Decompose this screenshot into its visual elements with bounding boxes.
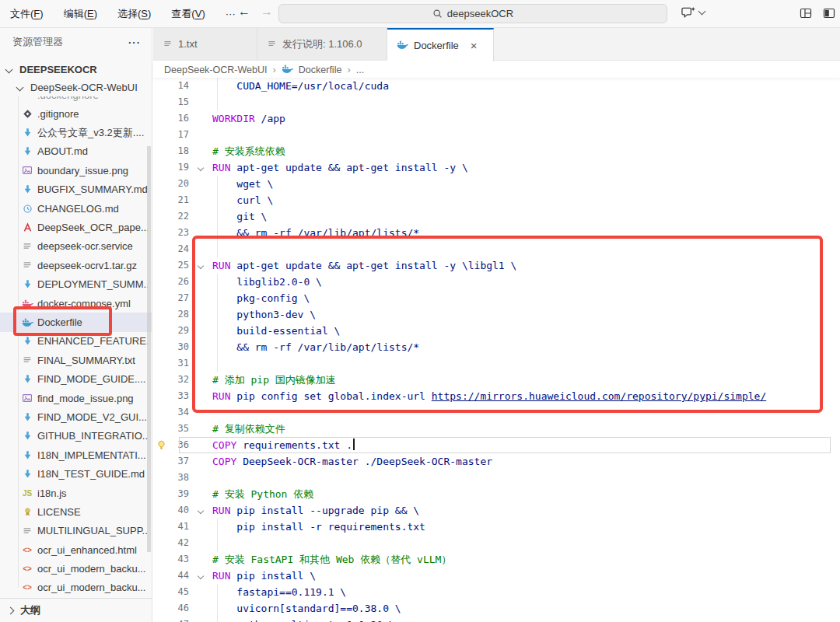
file-row[interactable]: I18N_TEST_GUIDE.md — [0, 464, 152, 483]
toggle-sidebar-icon[interactable] — [823, 7, 835, 19]
code-line[interactable]: 22 git \ — [153, 208, 840, 225]
code-line[interactable]: 36COPY requirements.txt . — [153, 437, 840, 453]
menu-edit[interactable]: 编辑(E) — [61, 5, 100, 23]
code-line[interactable]: 40RUN pip install --upgrade pip && \ — [153, 502, 840, 519]
code-line[interactable]: 31 — [153, 355, 840, 372]
file-row[interactable]: MULTILINGUAL_SUPP... — [0, 522, 152, 540]
back-button[interactable]: ← — [236, 5, 253, 19]
line-number: 47 — [169, 617, 189, 622]
code-line[interactable]: 37COPY DeepSeek-OCR-master ./DeepSeek-OC… — [153, 453, 840, 470]
html-icon: <> — [21, 543, 33, 556]
code-line[interactable]: 39# 安装 Python 依赖 — [153, 486, 840, 502]
indent-guide — [217, 339, 218, 355]
code-line[interactable]: 30 && rm -rf /var/lib/apt/lists/* — [153, 339, 840, 355]
file-row[interactable]: FINAL_SUMMARY.txt — [0, 351, 152, 369]
menu-file[interactable]: 文件(F) — [8, 5, 46, 23]
file-row[interactable]: boundary_issue.png — [0, 161, 152, 180]
file-label: DeepSeek_OCR_pape... — [37, 222, 148, 233]
file-label: .gitignore — [37, 108, 79, 120]
code-line[interactable]: 26 libglib2.0-0 \ — [153, 274, 840, 290]
close-icon[interactable]: × — [471, 39, 478, 52]
fold-chevron-icon[interactable] — [189, 159, 212, 176]
menu-selection[interactable]: 选择(S) — [115, 5, 153, 23]
code-line[interactable]: 18# 安装系统依赖 — [153, 143, 840, 159]
file-row[interactable]: deepseek-ocrv1.tar.gz — [0, 256, 152, 274]
gutter-space — [153, 355, 169, 372]
code-line[interactable]: 27 pkg-config \ — [153, 290, 840, 306]
forward-button[interactable]: → — [258, 5, 275, 19]
sidebar-scrollbar[interactable] — [147, 146, 151, 552]
code-text: COPY requirements.txt . — [212, 437, 355, 453]
outline-section-header[interactable]: 大纲 — [0, 598, 152, 622]
breadcrumb-file[interactable]: Dockerfile — [299, 65, 342, 75]
file-row[interactable]: GITHUB_INTEGRATIO... — [0, 427, 152, 446]
breadcrumb-symbol-more[interactable]: ... — [356, 65, 364, 75]
code-line[interactable]: 42 — [153, 535, 840, 551]
fold-chevron-icon[interactable] — [189, 502, 212, 519]
copilot-chat-button[interactable] — [681, 6, 705, 19]
code-line[interactable]: 38 — [153, 470, 840, 486]
file-row[interactable]: ENHANCED_FEATURE... — [0, 332, 152, 351]
code-line[interactable]: 34 — [153, 404, 840, 421]
code-line[interactable]: 28 python3-dev \ — [153, 306, 840, 323]
explorer-more-button[interactable]: ··· — [128, 37, 141, 48]
menu-view[interactable]: 查看(V) — [169, 5, 207, 23]
command-center-search[interactable]: deepseekOCR — [278, 4, 667, 23]
indent-guide — [217, 584, 218, 600]
code-line[interactable]: 24 — [153, 241, 840, 257]
code-editor[interactable]: 14 CUDA_HOME=/usr/local/cuda1516WORKDIR … — [153, 78, 840, 622]
code-line[interactable]: 32# 添加 pip 国内镜像加速 — [153, 372, 840, 388]
tree-root-deepseekocr[interactable]: DEEPSEEKOCR — [0, 61, 152, 78]
file-row[interactable]: <>ocr_ui_enhanced.html — [0, 540, 152, 559]
file-row[interactable]: 公众号文章_v3.2更新.... — [0, 123, 152, 142]
code-line[interactable]: 44RUN pip install \ — [153, 568, 840, 584]
code-line[interactable]: 47 python-multipart==0.0.20 \ — [153, 617, 840, 622]
code-line[interactable]: 41 pip install -r requirements.txt — [153, 519, 840, 535]
code-line[interactable]: 33RUN pip config set global.index-url ht… — [153, 388, 840, 404]
tree-folder-webui[interactable]: DeepSeek-OCR-WebUI — [0, 78, 152, 96]
file-row[interactable]: .gitignore — [0, 104, 152, 123]
fold-chevron-icon[interactable] — [189, 568, 212, 584]
code-line[interactable]: 17 — [153, 127, 840, 143]
file-row[interactable]: CHANGELOG.md — [0, 199, 152, 218]
tab-dockerfile[interactable]: Dockerfile × — [387, 28, 494, 61]
file-row[interactable]: DEPLOYMENT_SUMM... — [0, 275, 152, 294]
code-line[interactable]: 45 fastapi==0.119.1 \ — [153, 584, 840, 600]
file-row[interactable]: LICENSE — [0, 502, 152, 521]
code-line[interactable]: 35# 复制依赖文件 — [153, 421, 840, 437]
code-line[interactable]: 46 uvicorn[standard]==0.38.0 \ — [153, 600, 840, 617]
code-line[interactable]: 23 && rm -rf /var/lib/apt/lists/* — [153, 225, 840, 241]
file-row[interactable]: I18N_IMPLEMENTATI... — [0, 446, 152, 464]
fold-space — [189, 143, 212, 159]
tab-release-notes[interactable]: 发行说明: 1.106.0 — [257, 28, 387, 60]
code-line[interactable]: 21 curl \ — [153, 192, 840, 208]
gutter-space — [153, 208, 169, 225]
lightbulb-icon[interactable] — [153, 437, 169, 453]
file-row[interactable]: Dockerfile — [0, 313, 152, 331]
file-row[interactable]: <>ocr_ui_modern_backu... — [0, 559, 152, 578]
breadcrumb-folder[interactable]: DeepSeek-OCR-WebUI — [164, 65, 267, 75]
code-line[interactable]: 14 CUDA_HOME=/usr/local/cuda — [153, 78, 840, 94]
file-row[interactable]: <>ocr_ui_modern_backu... — [0, 578, 152, 597]
file-row[interactable]: ABOUT.md — [0, 142, 152, 161]
tab-1txt[interactable]: 1.txt — [153, 28, 257, 60]
fold-chevron-icon[interactable] — [189, 257, 212, 274]
code-line[interactable]: 29 build-essential \ — [153, 323, 840, 339]
file-row[interactable]: deepseek-ocr.service — [0, 237, 152, 256]
indent-guide — [217, 519, 218, 535]
file-row[interactable]: DeepSeek_OCR_pape... — [0, 218, 152, 236]
file-row[interactable]: FIND_MODE_GUIDE.... — [0, 369, 152, 388]
file-row[interactable]: BUGFIX_SUMMARY.md — [0, 180, 152, 199]
code-line[interactable]: 19RUN apt-get update && apt-get install … — [153, 159, 840, 176]
file-row[interactable]: docker-compose.yml — [0, 294, 152, 313]
code-line[interactable]: 25RUN apt-get update && apt-get install … — [153, 257, 840, 274]
code-line[interactable]: 20 wget \ — [153, 176, 840, 192]
customize-layout-icon[interactable] — [800, 7, 812, 19]
file-row[interactable]: FIND_MODE_V2_GUI... — [0, 407, 152, 426]
code-line[interactable]: 16WORKDIR /app — [153, 110, 840, 127]
code-line[interactable]: 43# 安装 FastAPI 和其他 Web 依赖（替代 vLLM） — [153, 551, 840, 568]
code-line[interactable]: 15 — [153, 94, 840, 110]
line-number: 18 — [169, 143, 189, 159]
file-row[interactable]: find_mode_issue.png — [0, 389, 152, 407]
file-row[interactable]: JSi18n.js — [0, 484, 152, 502]
